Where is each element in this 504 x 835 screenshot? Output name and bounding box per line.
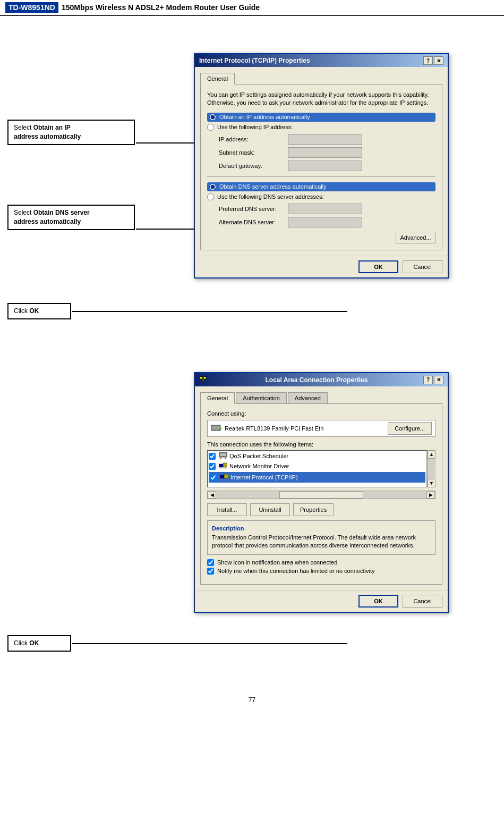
lan-titlebar: Local Area Connection Properties ? ✕ [195,373,448,386]
preferred-dns-input[interactable] [288,204,362,214]
tcpip-icon [220,473,228,482]
page-title: 150Mbps Wireless N ADSL2+ Modem Router U… [62,3,260,12]
items-label: This connection uses the following items… [207,441,435,448]
h-scroll-thumb [279,491,363,499]
radio-auto-ip-label: Obtain an IP address automatically [219,114,310,120]
lan-tab-content: Connect using: Rea [200,403,442,585]
callout1-text: Select Obtain an IPaddress automatically [14,124,81,140]
connect-using-label: Connect using: [207,410,435,417]
check-notify[interactable]: Notify me when this connection has limit… [207,568,435,575]
alternate-dns-input[interactable] [288,217,362,227]
list-item-netmon[interactable]: Network Monitor Driver [209,462,425,470]
svg-rect-15 [223,463,227,467]
tab-bar: General [200,72,442,84]
check-show-icon-input[interactable] [207,559,214,566]
tcpip-footer: OK Cancel [195,256,448,277]
tab-content: You can get IP settings assigned automat… [200,84,442,250]
qos-icon [219,452,227,460]
bottom-checks: Show icon in notification area when conn… [207,559,435,575]
svg-rect-8 [219,427,221,428]
ok-button-2[interactable]: OK [358,595,398,608]
items-list-container: QoS Packet Scheduler [207,450,435,487]
radio-auto-ip[interactable]: Obtain an IP address automatically [207,113,435,122]
svg-rect-9 [219,428,221,429]
spacer [0,356,504,367]
close-button[interactable]: ✕ [434,56,443,65]
page-wrapper: TD-W8951ND 150Mbps Wireless N ADSL2+ Mod… [0,0,504,714]
properties-button[interactable]: Properties [293,503,334,516]
callout-click-ok-1: Click OK [7,303,71,319]
check-notify-input[interactable] [207,568,214,575]
radio-manual-ip-input[interactable] [207,124,214,131]
advanced-button[interactable]: Advanced... [396,232,435,243]
checkbox-qos[interactable] [209,453,216,460]
scroll-track [428,459,435,479]
listbox-scrollbar[interactable]: ▲ ▼ [427,450,435,487]
list-item-tcpip[interactable]: Internet Protocol (TCP/IP) [209,472,425,483]
check-show-icon[interactable]: Show icon in notification area when conn… [207,559,435,566]
netmon-label: Network Monitor Driver [229,463,289,469]
configure-button[interactable]: Configure... [388,422,432,435]
radio-auto-ip-input[interactable] [209,114,216,121]
lan-dialog: Local Area Connection Properties ? ✕ Gen… [194,372,449,613]
radio-auto-dns[interactable]: Obtain DNS server address automatically [207,182,435,191]
gateway-field-row: Default gateway: [219,161,435,171]
titlebar-buttons: ? ✕ [423,56,443,65]
svg-rect-14 [219,464,223,467]
dns-radio-group: Obtain DNS server address automatically … [207,182,435,200]
tab-general[interactable]: General [200,73,235,85]
h-scroll-track [216,491,426,499]
svg-rect-11 [220,453,226,456]
help-button[interactable]: ? [423,56,433,65]
separator [207,176,435,177]
tab-general-lan[interactable]: General [200,392,235,404]
tcpip-label: Internet Protocol (TCP/IP) [230,474,298,480]
list-item-qos[interactable]: QoS Packet Scheduler [209,452,425,460]
radio-manual-ip-label: Use the following IP address: [217,124,293,130]
items-listbox[interactable]: QoS Packet Scheduler [207,450,427,487]
lan-help-button[interactable]: ? [423,376,433,384]
callout-obtain-dns: Select Obtain DNS serveraddress automati… [7,205,135,230]
callout-obtain-ip: Select Obtain an IPaddress automatically [7,120,135,145]
description-text: Transmission Control Protocol/Internet P… [212,534,431,550]
radio-manual-ip[interactable]: Use the following IP address: [207,124,435,131]
callout4-arrow [72,643,347,644]
radio-auto-dns-input[interactable] [209,183,216,190]
alternate-dns-row: Alternate DNS server: [219,217,435,227]
scroll-right-btn[interactable]: ▶ [426,491,435,499]
scroll-left-btn[interactable]: ◀ [208,491,216,499]
svg-rect-19 [224,474,228,478]
callout3-arrow [72,311,347,312]
radio-manual-dns-label: Use the following DNS server addresses: [217,193,324,200]
subnet-input[interactable] [288,147,362,158]
callout-click-ok-2: Click OK [7,635,71,652]
radio-manual-dns-input[interactable] [207,193,214,200]
cancel-button-2[interactable]: Cancel [403,595,442,608]
checkbox-tcpip[interactable] [210,474,217,481]
scroll-up-btn[interactable]: ▲ [428,450,435,459]
ip-radio-group: Obtain an IP address automatically Use t… [207,113,435,131]
net-adapter-icon [211,424,221,433]
brand-label: TD-W8951ND [5,2,58,13]
ip-input[interactable] [288,134,362,145]
svg-rect-0 [200,377,202,379]
lan-body: General Authentication Advanced Connect … [195,386,448,590]
uninstall-button[interactable]: Uninstall [250,503,290,516]
scroll-down-btn[interactable]: ▼ [428,479,435,487]
tab-advanced[interactable]: Advanced [288,392,328,404]
adapter-name: Realtek RTL8139 Family PCI Fast Eth [225,425,388,432]
tcpip-titlebar: Internet Protocol (TCP/IP) Properties ? … [195,54,448,67]
lan-close-button[interactable]: ✕ [434,376,443,384]
install-button[interactable]: Install... [207,503,247,516]
h-scrollbar[interactable]: ◀ ▶ [207,491,435,499]
svg-rect-4 [202,379,204,381]
radio-manual-dns[interactable]: Use the following DNS server addresses: [207,193,435,200]
cancel-button-1[interactable]: Cancel [403,260,442,273]
gateway-input[interactable] [288,161,362,171]
checkbox-netmon[interactable] [209,463,216,470]
check-notify-label: Notify me when this connection has limit… [217,568,375,574]
section-lan: Click OK [0,367,504,686]
tab-authentication[interactable]: Authentication [236,392,287,404]
ok-button-1[interactable]: OK [358,260,398,273]
lan-icon [199,375,207,384]
